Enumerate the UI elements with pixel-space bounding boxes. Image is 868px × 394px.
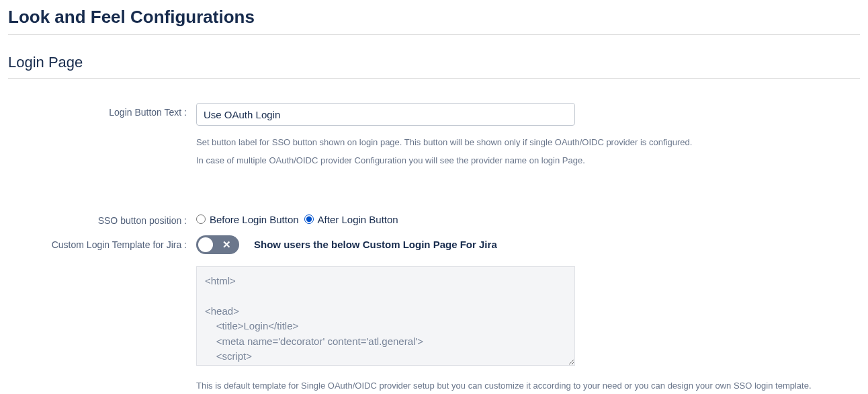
close-icon: ✕ [222, 239, 231, 249]
login-button-text-label: Login Button Text : [8, 103, 196, 118]
section-title: Login Page [8, 54, 860, 79]
sso-position-before-option[interactable]: Before Login Button [196, 214, 299, 225]
custom-template-toggle[interactable]: ✕ [196, 235, 239, 254]
sso-position-after-label: After Login Button [318, 214, 398, 225]
custom-template-toggle-label: Show users the below Custom Login Page F… [254, 239, 497, 250]
toggle-knob [198, 237, 213, 252]
custom-template-desc: This is default template for Single OAut… [196, 378, 814, 394]
sso-position-label: SSO button position : [8, 211, 196, 226]
page-title: Look and Feel Configurations [8, 7, 860, 35]
custom-template-code-textarea[interactable] [196, 266, 575, 366]
login-button-text-help1: Set button label for SSO button shown on… [196, 135, 801, 149]
sso-position-before-radio[interactable] [196, 214, 206, 224]
login-button-text-help2: In case of multiple OAuth/OIDC provider … [196, 153, 801, 167]
sso-position-after-option[interactable]: After Login Button [304, 214, 398, 225]
sso-position-before-label: Before Login Button [210, 214, 299, 225]
login-button-text-input[interactable] [196, 103, 575, 126]
custom-template-label: Custom Login Template for Jira : [8, 235, 196, 250]
sso-position-after-radio[interactable] [304, 214, 314, 224]
